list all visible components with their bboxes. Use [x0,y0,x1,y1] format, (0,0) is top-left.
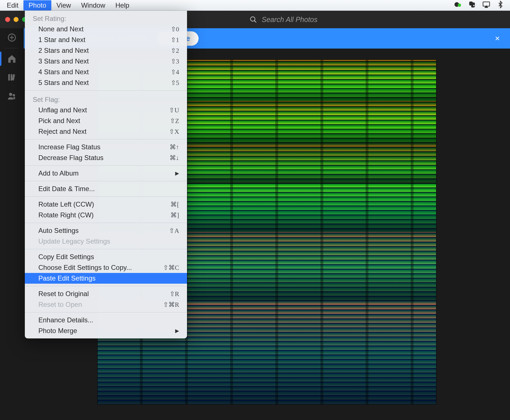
menu-item-label: Add to Album [38,169,175,177]
status-dot-icon[interactable] [454,1,462,10]
menu-item-shortcut: ⇧⌘R [163,301,179,309]
menu-edit[interactable]: Edit [2,0,23,10]
menu-item: Reset to Open⇧⌘R [25,299,187,310]
menu-view[interactable]: View [51,0,76,10]
menu-item-shortcut: ⇧A [169,227,179,235]
menu-item[interactable]: Rotate Left (CCW)⌘[ [25,199,187,210]
sidebar-divider [5,48,19,48]
menu-item-shortcut: ⇧X [169,128,179,135]
svg-point-3 [250,17,255,21]
menu-item-label: Rotate Left (CCW) [38,200,170,208]
menu-item[interactable]: Auto Settings⇧A [25,225,187,236]
bluetooth-icon[interactable] [496,1,504,10]
menu-item-label: 2 Stars and Next [38,47,171,54]
menu-item[interactable]: Pick and Next⇧Z [25,115,187,126]
sidebar-library[interactable] [0,68,24,87]
menu-item-label: Unflag and Next [38,106,169,114]
menu-item-label: Reject and Next [38,128,169,135]
system-tray [454,1,508,10]
menu-item-label: Update Legacy Settings [38,237,179,245]
menu-item[interactable]: 3 Stars and Next⇧3 [25,56,187,67]
menu-item-shortcut: ⇧Z [170,117,179,125]
search-placeholder: Search All Photos [262,16,318,24]
svg-line-4 [254,20,256,22]
menu-item-shortcut: ⌘↑ [170,143,179,151]
menu-item-label: Reset to Original [38,290,170,298]
menu-item-label: 4 Stars and Next [38,68,171,76]
menu-item[interactable]: 2 Stars and Next⇧2 [25,45,187,56]
menu-item-label: None and Next [38,25,171,33]
menu-group-header: Set Flag: [25,93,187,105]
menu-item-shortcut: ⇧3 [171,58,179,65]
sidebar-add[interactable] [0,28,24,47]
menu-item[interactable]: 1 Star and Next⇧1 [25,34,187,45]
menu-item-shortcut: ⇧U [169,106,179,114]
menu-item-label: Paste Edit Settings [38,274,179,282]
menu-item-label: Edit Date & Time... [38,185,179,193]
minimize-window-button[interactable] [14,17,19,22]
sidebar-people[interactable] [0,87,24,105]
library-icon [7,73,17,82]
menu-item-shortcut: ⌘[ [170,201,179,208]
banner-close-icon[interactable]: × [495,34,500,43]
photo-dropdown-menu: Set Rating:None and Next⇧01 Star and Nex… [25,11,187,338]
menu-item-label: 3 Stars and Next [38,57,171,65]
menu-photo[interactable]: Photo [23,0,51,10]
menu-item[interactable]: 5 Stars and Next⇧5 [25,77,187,88]
menu-item[interactable]: Paste Edit Settings [25,273,187,284]
evernote-icon[interactable] [468,1,476,10]
menu-item[interactable]: Copy Edit Settings [25,251,187,262]
home-icon [7,54,17,64]
menu-group-header: Set Rating: [25,12,187,24]
menu-item-shortcut: ⇧1 [171,36,179,44]
menu-item-shortcut: ⇧0 [171,25,179,33]
menu-item[interactable]: 4 Stars and Next⇧4 [25,67,187,77]
menu-item: Update Legacy Settings [25,236,187,247]
menu-item[interactable]: None and Next⇧0 [25,24,187,34]
menu-item[interactable]: Rotate Right (CW)⌘] [25,210,187,220]
people-icon [7,91,17,101]
sidebar-home[interactable] [0,49,24,68]
menu-item-shortcut: ⌘↓ [170,154,179,162]
menu-item[interactable]: Add to Album▶ [25,168,187,179]
menu-item-label: Pick and Next [38,117,170,125]
menu-item-label: Increase Flag Status [38,143,170,151]
svg-point-1 [458,3,461,7]
menu-item-label: Decrease Flag Status [38,154,170,162]
menu-help[interactable]: Help [110,0,134,10]
menu-item-label: Enhance Details... [38,316,179,324]
menu-item[interactable]: Unflag and Next⇧U [25,105,187,115]
menu-item[interactable]: Photo Merge▶ [25,325,187,336]
menu-item-shortcut: ⇧R [170,290,179,298]
search-icon [250,16,257,23]
left-sidebar [0,28,24,420]
menu-item[interactable]: Edit Date & Time... [25,183,187,194]
menu-item-label: Photo Merge [38,327,175,335]
menu-item[interactable]: Reject and Next⇧X [25,126,187,137]
menu-item-shortcut: ⇧5 [171,79,179,87]
menu-item[interactable]: Choose Edit Settings to Copy...⇧⌘C [25,262,187,273]
window-controls [0,17,27,22]
menu-item-label: Reset to Open [38,301,163,309]
search-field[interactable]: Search All Photos [250,16,318,24]
svg-point-11 [13,94,15,97]
menu-window[interactable]: Window [76,0,110,10]
menu-item-label: 5 Stars and Next [38,79,171,87]
menu-item-label: 1 Star and Next [38,36,171,44]
menu-item-label: Copy Edit Settings [38,253,179,261]
menu-item[interactable]: Decrease Flag Status⌘↓ [25,152,187,163]
menu-item-label: Auto Settings [38,227,169,235]
menu-item-shortcut: ⇧⌘C [163,264,179,272]
submenu-arrow-icon: ▶ [175,170,179,176]
menu-item[interactable]: Enhance Details... [25,315,187,325]
menu-item[interactable]: Increase Flag Status⌘↑ [25,142,187,152]
submenu-arrow-icon: ▶ [175,328,179,334]
menu-item-shortcut: ⇧2 [171,47,179,54]
menu-item-shortcut: ⌘] [170,211,179,219]
close-window-button[interactable] [5,17,10,22]
menu-item-label: Rotate Right (CW) [38,211,170,219]
mac-menubar: Edit Photo View Window Help [0,0,510,11]
airplay-icon[interactable] [482,1,490,10]
add-icon [7,33,17,42]
menu-item[interactable]: Reset to Original⇧R [25,288,187,299]
